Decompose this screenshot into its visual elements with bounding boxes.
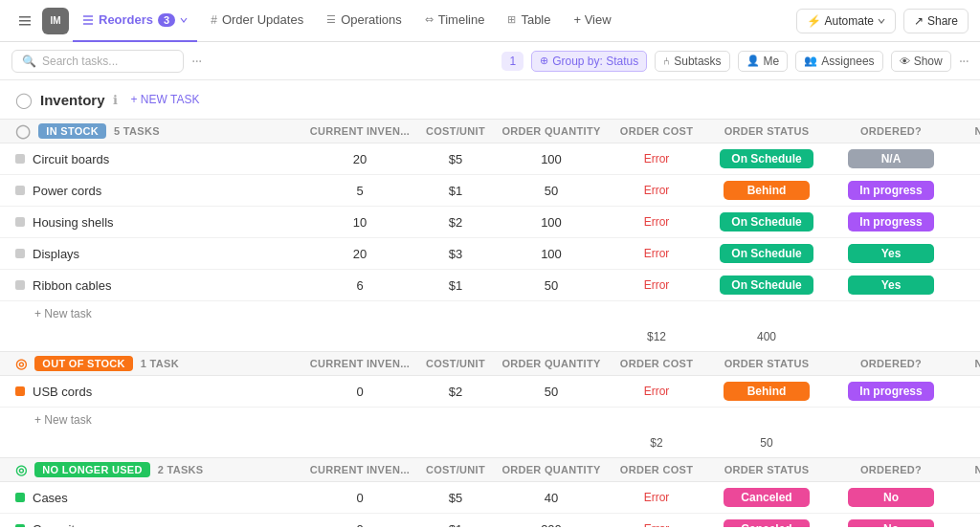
col-order-quantity-out-of-stock: ORDER QUANTITY <box>494 358 609 369</box>
tab-add-view[interactable]: + View <box>564 0 620 42</box>
row-cost-per-unit: $5 <box>417 152 494 166</box>
row-dot <box>15 186 25 195</box>
sidebar-toggle[interactable] <box>11 8 38 34</box>
me-button[interactable]: 👤 Me <box>738 51 789 72</box>
col-order-quantity-no-longer-used: ORDER QUANTITY <box>494 464 609 475</box>
tab-reorders-badge: 3 <box>158 13 175 27</box>
row-current-inventory: 20 <box>302 247 417 261</box>
col-order-quantity-in-stock: ORDER QUANTITY <box>494 125 609 137</box>
error-badge: Error <box>644 152 670 165</box>
tab-order-updates-label: Order Updates <box>222 12 303 27</box>
table-row[interactable]: Ribbon cables 6 $1 50 Error On Schedule … <box>0 270 980 301</box>
automate-icon: ⚡ <box>807 14 821 28</box>
row-order-cost: Error <box>609 215 704 229</box>
info-icon[interactable]: ℹ <box>113 93 118 107</box>
col-cost-per-unit-in-stock: COST/UNIT <box>417 125 494 137</box>
table-icon: ⊞ <box>507 13 516 26</box>
automate-button[interactable]: ⚡ Automate <box>796 9 896 33</box>
ordered-chip: Yes <box>848 276 934 295</box>
row-name-cell: Capacitors <box>15 522 302 528</box>
row-order-cost: Error <box>609 278 704 292</box>
section-out-of-stock: ◎ OUT OF STOCK 1 TASK CURRENT INVEN... C… <box>0 351 980 453</box>
table-row[interactable]: Displays 20 $3 100 Error On Schedule Yes… <box>0 238 980 270</box>
section-collapse-icon-in-stock[interactable]: ◯ <box>15 123 31 139</box>
tab-table[interactable]: ⊞ Table <box>498 0 560 42</box>
inventory-expand-icon[interactable]: ◯ <box>15 91 33 109</box>
summary-cell-6 <box>829 330 953 343</box>
table-row[interactable]: Power cords 5 $1 50 Error Behind In prog… <box>0 175 980 207</box>
row-order-quantity: 50 <box>494 184 609 198</box>
assignees-button[interactable]: 👥 Assignees <box>795 51 882 72</box>
tab-table-label: Table <box>521 12 550 27</box>
share-button[interactable]: ↗ Share <box>903 9 969 33</box>
tab-operations-label: Operations <box>341 12 402 27</box>
new-task-row-out-of-stock[interactable]: + New task <box>0 408 980 432</box>
row-order-quantity: 50 <box>494 278 609 293</box>
tab-reorders[interactable]: Reorders 3 <box>73 0 197 42</box>
row-order-status: On Schedule <box>704 244 829 263</box>
table-container: ◯ IN STOCK 5 TASKS CURRENT INVEN... COST… <box>0 119 980 527</box>
table-row[interactable]: Housing shells 10 $2 100 Error On Schedu… <box>0 207 980 238</box>
table-row[interactable]: Cases 0 $5 40 Error Canceled No 5/7/19 <box>0 482 980 514</box>
page-header: ◯ Inventory ℹ + NEW TASK <box>0 80 980 119</box>
tab-timeline-label: Timeline <box>438 12 485 27</box>
filter-count: 1 <box>509 55 516 68</box>
row-name-cell: Displays <box>15 247 302 261</box>
summary-cell-2 <box>417 330 494 343</box>
new-task-button[interactable]: + NEW TASK <box>125 90 206 109</box>
subtasks-label: Subtasks <box>674 55 721 68</box>
summary-cell-7 <box>953 330 980 343</box>
section-header-no-longer-used: ◎ NO LONGER USED 2 TASKS CURRENT INVEN..… <box>0 457 980 482</box>
show-label: Show <box>914 55 943 68</box>
summary-cell-5: 400 <box>704 330 829 343</box>
row-order-status: Canceled <box>704 488 829 507</box>
tab-operations[interactable]: ☰ Operations <box>317 0 412 42</box>
row-current-inventory: 0 <box>302 385 417 399</box>
ordered-chip: Yes <box>848 244 934 263</box>
row-task-name: Capacitors <box>33 522 92 528</box>
new-task-row-in-stock[interactable]: + New task <box>0 301 980 326</box>
section-task-count-in-stock: 5 TASKS <box>114 125 160 137</box>
svg-rect-2 <box>19 24 31 26</box>
table-row[interactable]: Circuit boards 20 $5 100 Error On Schedu… <box>0 143 980 175</box>
section-collapse-icon-out-of-stock[interactable]: ◎ <box>15 356 27 371</box>
subtasks-button[interactable]: ⑃ Subtasks <box>655 51 729 72</box>
svg-rect-0 <box>19 16 31 18</box>
section-collapse-icon-no-longer-used[interactable]: ◎ <box>15 462 27 477</box>
tab-order-updates[interactable]: # Order Updates <box>201 0 313 42</box>
error-badge: Error <box>644 215 670 229</box>
toolbar-more-dots[interactable]: ··· <box>959 53 969 70</box>
filter-badge[interactable]: 1 <box>501 52 523 71</box>
row-next-order: 5/22/19 <box>953 247 980 261</box>
summary-cell-7 <box>953 436 980 450</box>
col-order-status-out-of-stock: ORDER STATUS <box>704 358 829 369</box>
row-order-status: On Schedule <box>704 212 829 231</box>
show-button[interactable]: 👁 Show <box>891 51 951 72</box>
summary-cell-0 <box>15 330 302 343</box>
col-ordered-in-stock: ORDERED? <box>829 125 953 137</box>
table-row[interactable]: USB cords 0 $2 50 Error Behind In progre… <box>0 376 980 408</box>
group-by-button[interactable]: ⊕ Group by: Status <box>531 51 647 72</box>
toolbar-dots[interactable]: ··· <box>191 53 201 70</box>
summary-cell-5: 50 <box>704 436 829 450</box>
row-task-name: Cases <box>33 491 68 505</box>
row-ordered: In progress <box>829 212 953 231</box>
svg-rect-1 <box>19 20 31 22</box>
tab-timeline[interactable]: ⇔ Timeline <box>415 0 495 42</box>
col-current-inventory-in-stock: CURRENT INVEN... <box>302 125 417 137</box>
row-order-quantity: 100 <box>494 247 609 261</box>
order-status-chip: Canceled <box>724 488 810 507</box>
error-badge: Error <box>644 385 670 398</box>
ordered-chip: No <box>848 519 934 527</box>
row-order-status: On Schedule <box>704 276 829 295</box>
row-task-name: Housing shells <box>33 215 114 230</box>
row-order-cost: Error <box>609 152 704 165</box>
nav-right: ⚡ Automate ↗ Share <box>796 9 969 33</box>
group-icon: ⊕ <box>540 55 548 67</box>
table-row[interactable]: Capacitors 0 $1 300 Error Canceled No 5/… <box>0 514 980 527</box>
row-current-inventory: 5 <box>302 184 417 198</box>
share-label: Share <box>927 14 958 28</box>
row-next-order: 5/22/19 <box>953 184 980 198</box>
row-dot <box>15 154 25 164</box>
search-box[interactable]: 🔍 Search tasks... <box>11 50 184 73</box>
